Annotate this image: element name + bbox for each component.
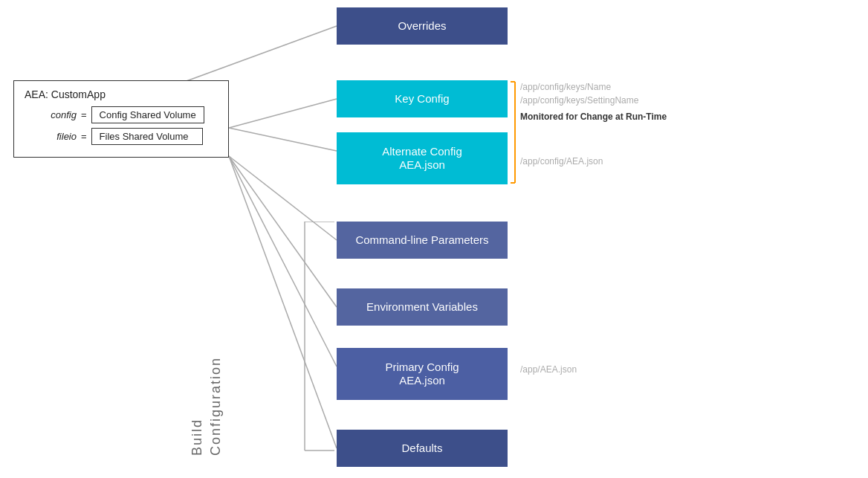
config-value: Config Shared Volume (91, 106, 204, 123)
config-label: config (25, 109, 77, 120)
config-label-rotated: Configuration (208, 357, 224, 456)
build-config-label: Build Configuration (190, 357, 224, 456)
diagram-container: AEA: CustomApp config = Config Shared Vo… (0, 0, 868, 478)
env-vars-box: Environment Variables (337, 288, 508, 326)
annotation-aea-json: /app/config/AEA.json (520, 156, 603, 167)
annotation-keys-settingname: /app/config/keys/SettingName (520, 95, 638, 106)
config-row: config = Config Shared Volume (25, 106, 218, 123)
fileio-equals: = (81, 131, 87, 142)
aea-title: AEA: CustomApp (25, 88, 218, 100)
build-label: Build (190, 419, 205, 456)
fileio-row: fileio = Files Shared Volume (25, 128, 218, 145)
aea-box: AEA: CustomApp config = Config Shared Vo… (13, 80, 229, 158)
primary-config-box: Primary Config AEA.json (337, 348, 508, 400)
key-config-box: Key Config (337, 80, 508, 117)
annotation-app-aea-json: /app/AEA.json (520, 364, 577, 375)
svg-line-1 (229, 128, 337, 151)
orange-bracket (509, 80, 521, 184)
svg-line-0 (229, 99, 337, 128)
build-config-bracket (230, 222, 334, 452)
annotation-monitored: Monitored for Change at Run-Time (520, 112, 667, 122)
defaults-box: Defaults (337, 430, 508, 467)
fileio-value: Files Shared Volume (91, 128, 203, 145)
command-line-box: Command-line Parameters (337, 222, 508, 259)
config-equals: = (81, 109, 87, 120)
fileio-label: fileio (25, 131, 77, 142)
overrides-box: Overrides (337, 7, 508, 45)
alternate-config-box: Alternate Config AEA.json (337, 132, 508, 184)
annotation-keys-name: /app/config/keys/Name (520, 82, 611, 92)
